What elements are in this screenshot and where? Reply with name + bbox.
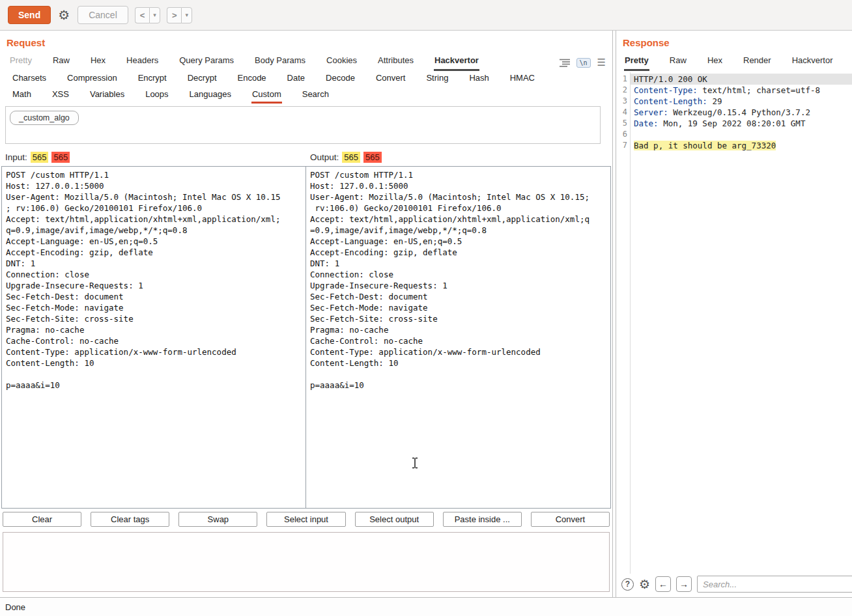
hv-tab-hash[interactable]: Hash xyxy=(468,71,489,87)
line-number-gutter: 1 2 3 4 5 6 7 xyxy=(616,72,631,574)
hv-tab-custom[interactable]: Custom xyxy=(251,87,282,104)
hackvertor-categories-row1: Charsets Compression Encrypt Decrypt Enc… xyxy=(0,71,612,87)
hv-tab-languages[interactable]: Languages xyxy=(189,87,232,104)
hv-tab-search[interactable]: Search xyxy=(302,87,330,104)
hv-tab-math[interactable]: Math xyxy=(12,87,32,104)
tab-resp-render[interactable]: Render xyxy=(743,52,772,71)
input-count-badge-red: 565 xyxy=(51,152,70,163)
header-line: Server: Werkzeug/0.15.4 Python/3.7.2 xyxy=(631,107,852,118)
output-count-badge: 565 xyxy=(342,152,360,163)
tab-query-params[interactable]: Query Params xyxy=(178,52,234,71)
request-title: Request xyxy=(0,31,612,51)
hv-tab-encode[interactable]: Encode xyxy=(237,71,267,87)
response-text: HTTP/1.0 200 OK Content-Type: text/html;… xyxy=(631,72,852,574)
line-number: 6 xyxy=(616,129,627,140)
search-input[interactable] xyxy=(697,576,852,593)
help-icon[interactable]: ? xyxy=(621,578,634,591)
paste-inside-button[interactable]: Paste inside ... xyxy=(443,512,522,527)
hv-tab-decode[interactable]: Decode xyxy=(325,71,356,87)
back-button[interactable]: < xyxy=(135,7,150,23)
hamburger-menu-icon[interactable]: ☰ xyxy=(597,57,606,68)
tab-hex[interactable]: Hex xyxy=(90,52,106,71)
top-toolbar: Send ⚙ Cancel < ▾ > ▾ xyxy=(0,0,852,30)
search-next-icon[interactable]: → xyxy=(676,576,692,592)
tab-resp-pretty[interactable]: Pretty xyxy=(624,52,649,71)
header-name: Content-Length: xyxy=(634,96,707,106)
header-value: text/html; charset=utf-8 xyxy=(698,85,820,95)
body-highlighted-text: Bad p, it should be arg_73320 xyxy=(634,141,776,150)
pretty-print-icon[interactable] xyxy=(560,59,570,67)
response-editor[interactable]: 1 2 3 4 5 6 7 HTTP/1.0 200 OK Content-Ty… xyxy=(616,72,852,574)
clear-button[interactable]: Clear xyxy=(3,512,81,527)
hv-tab-hmac[interactable]: HMAC xyxy=(509,71,535,87)
header-line: Content-Type: text/html; charset=utf-8 xyxy=(631,85,852,96)
main-split: Request Pretty Raw Hex Headers Query Par… xyxy=(0,30,852,597)
hv-tab-date[interactable]: Date xyxy=(287,71,305,87)
response-editor-tabs: Pretty Raw Hex Render Hackvertor xyxy=(616,51,852,71)
input-editor[interactable]: POST /custom HTTP/1.1 Host: 127.0.0.1:50… xyxy=(1,166,306,509)
tab-hackvertor[interactable]: Hackvertor xyxy=(434,52,479,71)
hv-tab-loops[interactable]: Loops xyxy=(145,87,169,104)
hackvertor-preview-area[interactable] xyxy=(3,532,610,592)
tab-headers[interactable]: Headers xyxy=(126,52,159,71)
forward-nav-group: > ▾ xyxy=(167,7,192,23)
response-gear-icon[interactable]: ⚙ xyxy=(639,577,650,592)
body-line: Bad p, it should be arg_73320 xyxy=(631,140,852,151)
hackvertor-categories-row2: Math XSS Variables Loops Languages Custo… xyxy=(0,87,612,104)
custom-tags-box: _custom_algo xyxy=(5,106,601,144)
tab-pretty[interactable]: Pretty xyxy=(9,52,33,71)
io-panes: POST /custom HTTP/1.1 Host: 127.0.0.1:50… xyxy=(1,166,611,509)
tab-resp-hackvertor[interactable]: Hackvertor xyxy=(791,52,834,71)
tab-body-params[interactable]: Body Params xyxy=(254,52,306,71)
hv-tab-compression[interactable]: Compression xyxy=(66,71,118,87)
request-editor-tabs: Pretty Raw Hex Headers Query Params Body… xyxy=(0,51,612,71)
output-editor[interactable]: POST /custom HTTP/1.1 Host: 127.0.0.1:50… xyxy=(306,166,611,509)
tab-cookies[interactable]: Cookies xyxy=(326,52,358,71)
output-label: Output: xyxy=(310,152,339,162)
send-button[interactable]: Send xyxy=(8,6,51,24)
back-nav-group: < ▾ xyxy=(135,7,160,23)
input-label-group: Input: 565 565 xyxy=(0,152,306,163)
forward-dropdown-icon[interactable]: ▾ xyxy=(181,7,192,23)
header-line: Date: Mon, 19 Sep 2022 08:20:01 GMT xyxy=(631,118,852,129)
select-input-button[interactable]: Select input xyxy=(266,512,345,527)
cancel-button[interactable]: Cancel xyxy=(78,6,128,24)
burp-repeater-window: Send ⚙ Cancel < ▾ > ▾ Request Pretty Raw… xyxy=(0,0,852,616)
hv-tab-variables[interactable]: Variables xyxy=(89,87,125,104)
io-label-row: Input: 565 565 Output: 565 565 xyxy=(0,148,612,166)
line-number: 1 xyxy=(616,74,627,85)
blank-line xyxy=(631,129,852,140)
header-name: Content-Type: xyxy=(634,85,698,95)
newline-toggle-icon[interactable]: \n xyxy=(576,58,591,68)
select-output-button[interactable]: Select output xyxy=(355,512,434,527)
response-title: Response xyxy=(616,31,852,51)
hv-tab-xss[interactable]: XSS xyxy=(51,87,70,104)
header-name: Server: xyxy=(634,107,668,117)
hv-tab-encrypt[interactable]: Encrypt xyxy=(137,71,167,87)
convert-button[interactable]: Convert xyxy=(531,512,610,527)
hv-tab-charsets[interactable]: Charsets xyxy=(12,71,47,87)
tab-resp-hex[interactable]: Hex xyxy=(707,52,723,71)
hackvertor-action-buttons: Clear Clear tags Swap Select input Selec… xyxy=(3,512,610,527)
search-previous-icon[interactable]: ← xyxy=(655,576,671,592)
tab-attributes[interactable]: Attributes xyxy=(377,52,414,71)
line-number: 4 xyxy=(616,107,627,118)
status-line-text: HTTP/1.0 200 OK xyxy=(634,74,707,84)
output-count-badge-red: 565 xyxy=(363,152,382,163)
header-name: Date: xyxy=(634,119,659,128)
response-bottom-toolbar: ? ⚙ ← → xyxy=(616,574,852,597)
hv-tab-convert[interactable]: Convert xyxy=(375,71,406,87)
custom-algo-tag-button[interactable]: _custom_algo xyxy=(10,111,79,125)
line-number: 2 xyxy=(616,85,627,96)
forward-button[interactable]: > xyxy=(167,7,182,23)
tab-raw[interactable]: Raw xyxy=(52,52,70,71)
header-value: 29 xyxy=(707,96,722,106)
hv-tab-string[interactable]: String xyxy=(425,71,449,87)
swap-button[interactable]: Swap xyxy=(178,512,257,527)
input-label: Input: xyxy=(5,152,27,162)
hv-tab-decrypt[interactable]: Decrypt xyxy=(187,71,218,87)
back-dropdown-icon[interactable]: ▾ xyxy=(149,7,160,23)
tab-resp-raw[interactable]: Raw xyxy=(669,52,687,71)
clear-tags-button[interactable]: Clear tags xyxy=(91,512,169,527)
gear-icon[interactable]: ⚙ xyxy=(58,7,70,23)
